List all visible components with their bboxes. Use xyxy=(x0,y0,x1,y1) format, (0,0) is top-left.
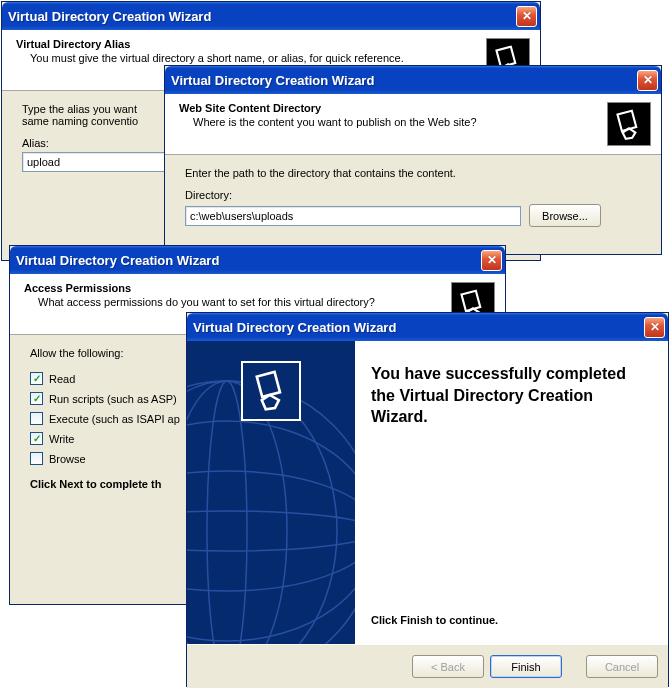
svg-rect-2 xyxy=(461,291,480,311)
instruction-text: Enter the path to the directory that con… xyxy=(185,167,641,179)
header-pane: Web Site Content Directory Where is the … xyxy=(165,94,661,155)
titlebar[interactable]: Virtual Directory Creation Wizard ✕ xyxy=(165,66,661,94)
page-heading: Access Permissions xyxy=(24,282,443,294)
hand-note-icon xyxy=(607,102,651,146)
checkbox-label: Browse xyxy=(49,453,86,465)
svg-rect-10 xyxy=(257,372,280,397)
checkbox-icon xyxy=(30,412,43,425)
svg-point-6 xyxy=(187,511,355,551)
click-finish-text: Click Finish to continue. xyxy=(371,614,646,626)
close-icon[interactable]: ✕ xyxy=(516,6,537,27)
directory-label: Directory: xyxy=(185,189,641,201)
completion-headline: You have successfully completed the Virt… xyxy=(371,363,646,428)
page-subtext: What access permissions do you want to s… xyxy=(38,296,443,308)
checkbox-icon: ✓ xyxy=(30,432,43,445)
wizard-content-dir-window: Virtual Directory Creation Wizard ✕ Web … xyxy=(164,65,662,255)
svg-rect-1 xyxy=(617,111,636,131)
svg-point-5 xyxy=(187,471,355,591)
close-icon[interactable]: ✕ xyxy=(481,250,502,271)
page-subtext: Where is the content you want to publish… xyxy=(193,116,599,128)
checkbox-label: Write xyxy=(49,433,74,445)
titlebar[interactable]: Virtual Directory Creation Wizard ✕ xyxy=(2,2,540,30)
window-title: Virtual Directory Creation Wizard xyxy=(193,320,644,335)
window-title: Virtual Directory Creation Wizard xyxy=(171,73,637,88)
hand-note-icon xyxy=(241,361,301,421)
button-row: < Back Finish Cancel xyxy=(187,644,668,688)
svg-rect-0 xyxy=(496,47,515,67)
page-heading: Virtual Directory Alias xyxy=(16,38,478,50)
close-icon[interactable]: ✕ xyxy=(637,70,658,91)
checkbox-icon xyxy=(30,452,43,465)
checkbox-icon: ✓ xyxy=(30,372,43,385)
close-icon[interactable]: ✕ xyxy=(644,317,665,338)
cancel-button[interactable]: Cancel xyxy=(586,655,658,678)
directory-input[interactable] xyxy=(185,206,521,226)
page-subtext: You must give the virtual directory a sh… xyxy=(30,52,478,64)
svg-point-4 xyxy=(187,421,355,641)
checkbox-icon: ✓ xyxy=(30,392,43,405)
wizard-finish-window: Virtual Directory Creation Wizard ✕ You … xyxy=(186,312,669,687)
titlebar[interactable]: Virtual Directory Creation Wizard ✕ xyxy=(10,246,505,274)
titlebar[interactable]: Virtual Directory Creation Wizard ✕ xyxy=(187,313,668,341)
browse-button[interactable]: Browse... xyxy=(529,204,601,227)
checkbox-label: Run scripts (such as ASP) xyxy=(49,393,177,405)
checkbox-label: Execute (such as ISAPI ap xyxy=(49,413,180,425)
finish-body: You have successfully completed the Virt… xyxy=(355,341,668,644)
window-title: Virtual Directory Creation Wizard xyxy=(8,9,516,24)
finish-sidebar-graphic xyxy=(187,341,355,644)
back-button[interactable]: < Back xyxy=(412,655,484,678)
window-title: Virtual Directory Creation Wizard xyxy=(16,253,481,268)
checkbox-label: Read xyxy=(49,373,75,385)
page-heading: Web Site Content Directory xyxy=(179,102,599,114)
finish-button[interactable]: Finish xyxy=(490,655,562,678)
